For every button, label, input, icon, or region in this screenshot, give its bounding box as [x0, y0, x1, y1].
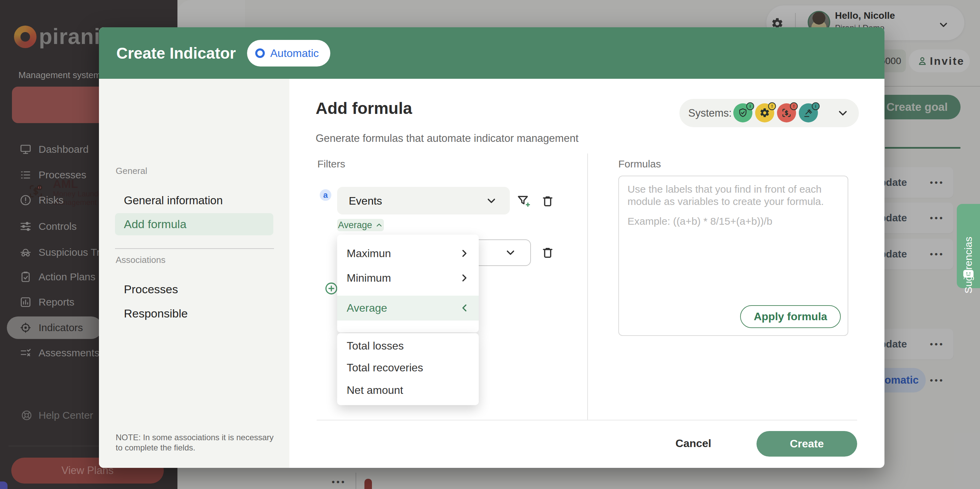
trash-icon[interactable] — [541, 194, 555, 208]
chevron-up-icon — [375, 221, 383, 229]
nav-section-general: General — [116, 166, 147, 176]
dropdown-option-net-amount[interactable]: Net amount — [347, 384, 403, 397]
column-divider — [587, 154, 588, 420]
module-select[interactable]: Events — [337, 187, 510, 214]
chat-smiley-icon — [962, 269, 975, 280]
trash-icon[interactable] — [541, 246, 555, 260]
modal-step-nav: General General information — [99, 79, 290, 468]
chevron-left-icon — [458, 302, 470, 314]
money-scan-icon: ! — [777, 103, 796, 122]
nav-section-associations: Associations — [116, 255, 165, 265]
radio-circle-icon — [255, 48, 265, 58]
add-filter-icon[interactable] — [517, 194, 531, 209]
gavel-icon: i — [799, 103, 818, 122]
cancel-button[interactable]: Cancel — [670, 432, 717, 454]
suggestions-label: Sugerencias — [963, 237, 974, 294]
shield-check-icon: i — [733, 103, 752, 122]
aggregation-dropdown: Maximun Minimum Average — [337, 235, 479, 332]
footer-divider — [317, 420, 857, 421]
nav-item-processes[interactable]: Processes — [124, 283, 178, 296]
formula-example: Example: ((a+b) * 8/15+(a+b))/b — [627, 216, 772, 227]
nav-note: NOTE: In some associations it is necessa… — [116, 432, 276, 453]
nav-item-add-formula[interactable]: Add formula — [124, 218, 186, 231]
aggregation-chip[interactable]: Average — [337, 219, 384, 231]
nav-divider — [115, 248, 274, 249]
chevron-down-icon — [504, 246, 517, 259]
nav-item-responsible[interactable]: Responsible — [124, 307, 188, 320]
automatic-toggle-label: Automatic — [270, 47, 319, 60]
filters-label: Filters — [317, 158, 345, 170]
formula-input[interactable]: Use the labels that you find in front of… — [618, 176, 848, 336]
gear-icon: ! — [755, 103, 774, 122]
nav-item-general-information[interactable]: General information — [124, 194, 223, 207]
variable-badge: a — [320, 189, 331, 201]
chevron-right-icon — [458, 248, 470, 259]
content-heading: Add formula — [316, 99, 412, 117]
aggregation-dropdown-extra: Total losses Total recoveries Net amount — [337, 333, 479, 405]
add-variable-icon[interactable] — [324, 281, 339, 296]
formula-placeholder: Use the labels that you find in front of… — [627, 183, 836, 208]
aggregation-chip-label: Average — [338, 220, 372, 230]
suggestions-tab[interactable]: Sugerencias — [957, 204, 980, 288]
modal-header: Create Indicator Automatic — [99, 27, 885, 79]
dropdown-option-total-recoveries[interactable]: Total recoveries — [347, 362, 423, 374]
formulas-label: Formulas — [618, 158, 661, 170]
dropdown-option-average[interactable]: Average — [347, 302, 387, 314]
systems-selector[interactable]: Systems: i ! ! i — [679, 99, 859, 127]
chevron-down-icon — [485, 195, 498, 207]
create-indicator-modal: Create Indicator Automatic General Gener… — [99, 27, 885, 468]
modal-title: Create Indicator — [116, 44, 236, 62]
chevron-right-icon — [458, 272, 470, 284]
apply-formula-button[interactable]: Apply formula — [740, 305, 841, 328]
dropdown-option-maximun[interactable]: Maximun — [347, 247, 391, 260]
automatic-toggle[interactable]: Automatic — [247, 40, 330, 67]
chevron-down-icon[interactable] — [836, 107, 849, 120]
dropdown-option-total-losses[interactable]: Total losses — [347, 340, 404, 352]
module-select-value: Events — [349, 194, 382, 207]
content-subheading: Generate formulas that automate indicato… — [316, 132, 578, 144]
dropdown-option-minimum[interactable]: Minimum — [347, 272, 391, 284]
systems-label: Systems: — [688, 107, 732, 119]
create-button[interactable]: Create — [757, 431, 857, 457]
app-root: pirani Management system AML Money Laund… — [0, 0, 980, 489]
